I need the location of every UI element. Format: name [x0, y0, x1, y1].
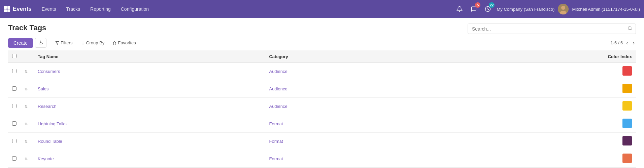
table-row: ⇅ Consumers Audience — [8, 63, 636, 80]
svg-marker-7 — [56, 41, 59, 44]
pagination-next[interactable]: › — [632, 39, 636, 47]
activity-button[interactable]: 22 — [482, 4, 493, 14]
row-tag-name[interactable]: Keynote — [34, 150, 265, 168]
row-checkbox-cell — [8, 63, 21, 80]
col-header-tag-name: Tag Name — [34, 50, 265, 63]
table-row: ⇅ Research Audience — [8, 98, 636, 115]
select-all-header — [8, 50, 21, 63]
activity-badge: 22 — [489, 2, 495, 8]
groupby-button[interactable]: Group By — [77, 39, 108, 47]
row-category[interactable]: Format — [265, 115, 434, 133]
topbar-right: 5 22 My Company (San Francisco) Mitchell… — [454, 4, 640, 14]
messages-badge: 5 — [475, 2, 480, 8]
svg-marker-14 — [113, 41, 116, 45]
row-color-index — [435, 150, 636, 168]
row-color-index — [435, 133, 636, 150]
page-title: Track Tags — [8, 24, 46, 32]
notifications-button[interactable] — [454, 4, 465, 14]
row-sort-cell: ⇅ — [21, 80, 34, 98]
row-checkbox[interactable] — [12, 69, 16, 73]
row-checkbox[interactable] — [12, 104, 16, 108]
table-row: ⇅ Keynote Format — [8, 150, 636, 168]
pagination-prev[interactable]: ‹ — [625, 39, 629, 47]
table-row: ⇅ Lightning Talks Format — [8, 115, 636, 133]
row-checkbox[interactable] — [12, 156, 16, 161]
row-sort-cell: ⇅ — [21, 133, 34, 150]
nav-reporting[interactable]: Reporting — [86, 4, 115, 14]
table-row: ⇅ Round Table Format — [8, 133, 636, 150]
company-name: My Company (San Francisco) — [497, 7, 554, 12]
nav-tracks[interactable]: Tracks — [62, 4, 85, 14]
row-checkbox[interactable] — [12, 121, 16, 126]
favorites-button[interactable]: Favorites — [109, 39, 139, 47]
sort-handle-icon[interactable]: ⇅ — [25, 157, 28, 161]
app-title: Events — [13, 6, 32, 12]
star-icon — [112, 41, 116, 45]
row-tag-name[interactable]: Sales — [34, 80, 265, 98]
row-checkbox-cell — [8, 98, 21, 115]
color-swatch — [622, 101, 632, 111]
color-swatch — [622, 84, 632, 93]
sort-handle-icon[interactable]: ⇅ — [25, 104, 28, 109]
row-category[interactable]: Format — [265, 150, 434, 168]
table-row: ⇅ Sales Audience — [8, 80, 636, 98]
row-checkbox[interactable] — [12, 139, 16, 143]
toolbar-filters: Filters Group By — [52, 39, 139, 47]
page-header: Track Tags — [8, 24, 636, 34]
row-sort-cell: ⇅ — [21, 98, 34, 115]
top-navigation: Events Events Tracks Reporting Configura… — [0, 0, 644, 18]
row-color-index — [435, 98, 636, 115]
row-sort-cell: ⇅ — [21, 63, 34, 80]
svg-point-2 — [561, 6, 565, 10]
groupby-icon — [80, 41, 84, 45]
grid-icon — [4, 6, 10, 12]
color-swatch — [622, 119, 632, 128]
sort-handle-icon[interactable]: ⇅ — [25, 70, 28, 74]
row-category[interactable]: Audience — [265, 63, 434, 80]
row-checkbox-cell — [8, 115, 21, 133]
create-button[interactable]: Create — [8, 38, 33, 48]
toolbar-left: Create — [8, 38, 46, 48]
user-name: Mitchell Admin (11517174-15-0-all) — [572, 7, 640, 12]
filter-icon — [55, 41, 59, 45]
row-checkbox-cell — [8, 133, 21, 150]
sort-handle-icon[interactable]: ⇅ — [25, 122, 28, 126]
messages-button[interactable]: 5 — [468, 4, 479, 14]
col-header-color-index: Color Index — [435, 50, 636, 63]
avatar-image — [558, 4, 569, 14]
filters-button[interactable]: Filters — [52, 39, 76, 47]
export-button[interactable] — [35, 38, 46, 48]
row-tag-name[interactable]: Research — [34, 98, 265, 115]
search-input[interactable] — [468, 24, 624, 34]
nav-configuration[interactable]: Configuration — [116, 4, 154, 14]
col-header-category: Category — [265, 50, 434, 63]
row-color-index — [435, 63, 636, 80]
row-checkbox-cell — [8, 150, 21, 168]
row-color-index — [435, 80, 636, 98]
search-bar — [468, 24, 636, 34]
download-icon — [38, 40, 43, 45]
color-swatch — [622, 154, 632, 163]
col-header-sort — [21, 50, 34, 63]
search-icon[interactable] — [624, 24, 636, 34]
row-category[interactable]: Audience — [265, 80, 434, 98]
app-logo[interactable]: Events — [4, 6, 32, 12]
sort-handle-icon[interactable]: ⇅ — [25, 87, 28, 91]
toolbar-right: 1-6 / 6 ‹ › — [610, 39, 636, 47]
row-checkbox[interactable] — [12, 86, 16, 91]
avatar[interactable] — [558, 4, 569, 14]
row-tag-name[interactable]: Round Table — [34, 133, 265, 150]
page-content: Track Tags Create — [0, 18, 644, 168]
sort-handle-icon[interactable]: ⇅ — [25, 139, 28, 143]
row-color-index — [435, 115, 636, 133]
select-all-checkbox[interactable] — [12, 54, 16, 58]
row-category[interactable]: Format — [265, 133, 434, 150]
row-tag-name[interactable]: Lightning Talks — [34, 115, 265, 133]
row-category[interactable]: Audience — [265, 98, 434, 115]
svg-line-5 — [631, 29, 632, 30]
bell-icon — [456, 6, 463, 12]
nav-events[interactable]: Events — [37, 4, 61, 14]
row-tag-name[interactable]: Consumers — [34, 63, 265, 80]
row-sort-cell: ⇅ — [21, 115, 34, 133]
main-navigation: Events Tracks Reporting Configuration — [37, 4, 452, 14]
